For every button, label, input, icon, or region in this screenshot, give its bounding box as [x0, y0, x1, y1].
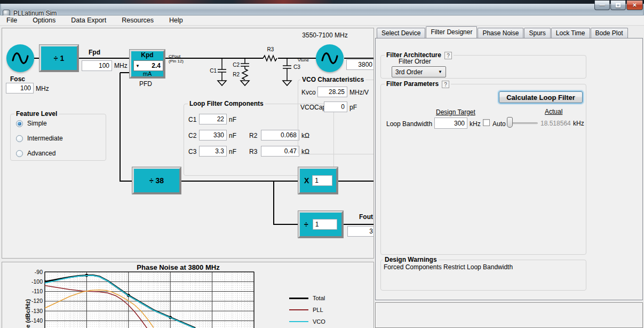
- auto-label: Auto: [492, 120, 506, 128]
- menu-file[interactable]: File: [1, 15, 22, 26]
- chart-y-tick-labels: -90-100-110-120-130-140: [31, 269, 43, 324]
- r2-ref-label: R2: [233, 72, 240, 77]
- menu-help[interactable]: Help: [164, 15, 188, 26]
- c3-ref-label: C3: [293, 64, 300, 70]
- output-divider-prefix: ÷: [304, 220, 308, 229]
- menu-resources[interactable]: Resources: [116, 15, 159, 26]
- r3-ref-label: R3: [267, 46, 274, 52]
- filter-parameters-group: Filter Parameters? Calculate Loop Filter…: [380, 84, 586, 255]
- filter-parameters-title: Filter Parameters?: [385, 80, 451, 88]
- pfd-label: PFD: [139, 80, 152, 88]
- chart-legend: TotalPLLVCO: [289, 292, 325, 327]
- legend-label: VCO: [313, 318, 325, 325]
- radio-intermediate-label: Intermediate: [27, 135, 63, 142]
- c1-input[interactable]: [199, 114, 227, 124]
- pfd-block: Kpd ▼ 2.4 mA: [130, 50, 165, 78]
- application-window: PLLatinum Sim — ✕ File Options Data Expo…: [0, 0, 644, 328]
- vco-range-label: 3550-7100 MHz: [293, 32, 357, 39]
- c2-input[interactable]: [199, 130, 227, 140]
- vco-characteristics-group: VCO Characteristics Kvco MHz/V VCOCap pF: [298, 80, 374, 154]
- fosc-input[interactable]: [6, 83, 34, 93]
- multiplier-block: X: [298, 167, 338, 194]
- bandwidth-slider-track[interactable]: [511, 122, 538, 124]
- fpd-label: Fpd: [89, 49, 100, 56]
- sine-wave-icon: [10, 48, 31, 69]
- tab-phase-noise[interactable]: Phase Noise: [478, 28, 523, 38]
- radio-icon: [16, 120, 23, 127]
- legend-line-sample: [289, 298, 308, 299]
- c1-unit: nF: [229, 116, 236, 123]
- c2-ref-label: C2: [233, 62, 240, 68]
- reference-divider-label: ÷ 1: [54, 54, 64, 63]
- tab-lock-time[interactable]: Lock Time: [551, 28, 590, 38]
- c1-ref-label: C1: [210, 68, 217, 74]
- actual-header: Actual: [545, 108, 562, 115]
- ground-symbol-c3: [283, 81, 291, 85]
- chevron-down-icon: ▼: [438, 69, 446, 74]
- radio-intermediate[interactable]: Intermediate: [16, 135, 63, 142]
- fosc-unit: MHz: [36, 85, 49, 92]
- tab-bode-plot[interactable]: Bode Plot: [591, 28, 628, 38]
- help-icon[interactable]: ?: [444, 52, 452, 59]
- kpd-combo[interactable]: ▼ 2.4: [133, 60, 163, 71]
- svg-text:-130: -130: [31, 308, 43, 314]
- feature-level-title: Feature Level: [14, 110, 59, 118]
- reference-divider-block: ÷ 1: [39, 45, 78, 72]
- c3-label: C3: [188, 148, 196, 155]
- maximize-button[interactable]: [610, 1, 626, 10]
- calculate-loop-filter-button[interactable]: Calculate Loop Filter: [499, 91, 583, 103]
- c3-input[interactable]: [199, 146, 227, 157]
- radio-simple[interactable]: Simple: [16, 120, 47, 127]
- maximize-icon: [616, 3, 621, 7]
- vco-frequency-input[interactable]: [346, 59, 374, 70]
- kpd-value: 2.4: [140, 62, 163, 69]
- r2-input[interactable]: [261, 130, 299, 140]
- feature-level-group: Feature Level Simple Intermediate Advanc…: [10, 114, 106, 161]
- legend-label: PLL: [313, 307, 323, 313]
- svg-text:-110: -110: [32, 288, 43, 294]
- tab-filter-designer[interactable]: Filter Designer: [426, 26, 477, 38]
- tab-select-device[interactable]: Select Device: [377, 28, 425, 38]
- cpout-label: CPout(Pin 12): [169, 54, 184, 64]
- fout-input[interactable]: [347, 226, 374, 237]
- titlebar[interactable]: PLLatinum Sim: [0, 4, 644, 15]
- fout-label: Fout: [359, 213, 373, 221]
- actual-bandwidth-value: 18.518564: [540, 120, 571, 127]
- output-divider-block: ÷: [298, 211, 343, 238]
- actual-unit: kHz: [573, 120, 584, 127]
- bandwidth-slider-thumb[interactable]: [507, 117, 513, 128]
- filter-order-label: Filter Order: [399, 58, 431, 65]
- fosc-label: Fosc: [10, 75, 25, 83]
- right-bottom-panel: [375, 302, 643, 328]
- chart-y-axis-label: Phase Noise (dBc/Hz): [25, 299, 31, 328]
- output-divider-input[interactable]: [313, 219, 337, 230]
- menu-options[interactable]: Options: [27, 15, 61, 26]
- vcocap-input[interactable]: [324, 101, 347, 112]
- ground-symbol-c1: [218, 81, 226, 85]
- minimize-button[interactable]: —: [594, 1, 610, 10]
- radio-advanced[interactable]: Advanced: [16, 150, 55, 157]
- c3-unit: nF: [229, 148, 236, 155]
- menu-data-export[interactable]: Data Export: [66, 15, 112, 26]
- kpd-title: Kpd: [131, 51, 163, 59]
- chevron-down-icon: ▼: [136, 64, 140, 68]
- tab-spurs[interactable]: Spurs: [524, 28, 550, 38]
- kvco-input[interactable]: [317, 87, 347, 97]
- r2-label: R2: [249, 132, 257, 139]
- multiplier-input[interactable]: [312, 175, 332, 186]
- svg-text:-90: -90: [35, 269, 43, 275]
- kvco-label: Kvco: [301, 89, 316, 96]
- filter-order-combo[interactable]: 3rd Order ▼: [392, 66, 446, 77]
- radio-icon: [16, 135, 23, 142]
- loop-bandwidth-input[interactable]: [434, 118, 467, 129]
- help-icon[interactable]: ?: [442, 81, 449, 88]
- legend-item-total: Total: [289, 292, 325, 304]
- close-button[interactable]: ✕: [626, 1, 643, 10]
- fpd-input[interactable]: [82, 60, 112, 71]
- auto-checkbox[interactable]: [483, 119, 490, 126]
- right-panel: Select Device Filter Designer Phase Nois…: [375, 27, 643, 300]
- r3-input[interactable]: [261, 146, 299, 157]
- design-warnings-group: Design Warnings Forced Components Restri…: [380, 260, 586, 291]
- loop-filter-circuit: [218, 56, 291, 85]
- vco-icon: [316, 44, 344, 72]
